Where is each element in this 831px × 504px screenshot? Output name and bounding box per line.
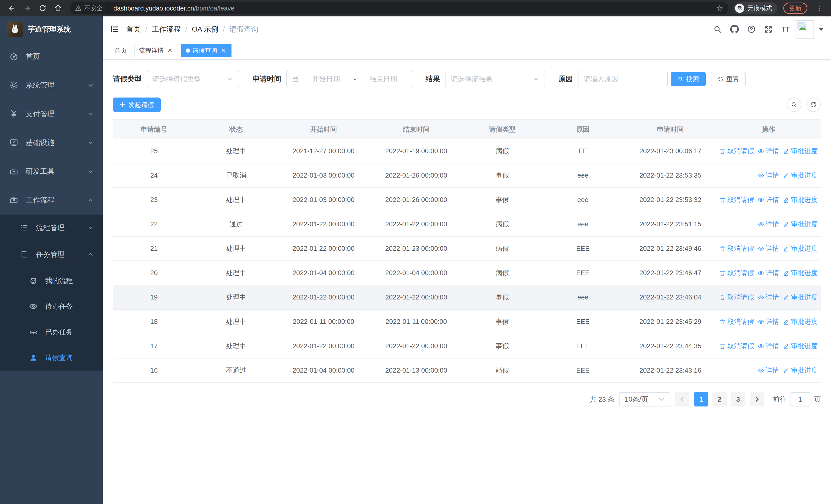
sidebar-toggle-icon[interactable]: [110, 25, 119, 34]
detail-link[interactable]: 详情: [757, 342, 779, 351]
font-size-icon[interactable]: TT: [779, 23, 792, 36]
security-warning[interactable]: 不安全: [75, 4, 103, 12]
page-button-3[interactable]: 3: [731, 392, 745, 407]
progress-link[interactable]: 审批进度: [783, 317, 818, 326]
sidebar-item-home[interactable]: 首页: [0, 42, 103, 71]
sidebar-item-todo-tasks[interactable]: 待办任务: [0, 294, 103, 319]
cancel-leave-link[interactable]: 取消请假: [719, 342, 754, 351]
leave-type-select[interactable]: 请选择请假类型: [147, 71, 239, 87]
cancel-leave-link[interactable]: 取消请假: [719, 317, 754, 326]
search-button[interactable]: 搜索: [671, 72, 706, 86]
tab-process-detail[interactable]: 流程详情✕: [135, 44, 178, 57]
sidebar-item-process-mgmt[interactable]: 流程管理: [0, 214, 103, 241]
sidebar-item-my-process[interactable]: 我的流程: [0, 268, 103, 294]
row-actions: 取消请假 详情 审批进度: [717, 317, 821, 326]
eye-icon: [757, 343, 764, 350]
refresh-button[interactable]: [806, 97, 821, 112]
pen-icon: [783, 172, 790, 179]
progress-link[interactable]: 审批进度: [783, 366, 818, 375]
close-icon[interactable]: ✕: [166, 47, 173, 54]
goto-page-input[interactable]: 1: [790, 392, 810, 407]
progress-link[interactable]: 审批进度: [783, 195, 818, 204]
help-icon[interactable]: [745, 23, 758, 36]
detail-link[interactable]: 详情: [757, 366, 779, 375]
prev-page-button[interactable]: [675, 392, 689, 407]
page-button-2[interactable]: 2: [712, 392, 727, 407]
breadcrumb-current: 请假查询: [229, 24, 258, 34]
hide-search-button[interactable]: [787, 97, 801, 112]
tree-icon: [20, 250, 29, 259]
cancel-leave-link[interactable]: 取消请假: [719, 147, 754, 155]
avatar[interactable]: [796, 20, 814, 38]
result-select[interactable]: 请选择流结果: [445, 71, 545, 87]
back-icon[interactable]: [5, 2, 19, 15]
detail-link[interactable]: 详情: [757, 195, 779, 204]
page-size-select[interactable]: 10条/页: [619, 392, 670, 407]
progress-link[interactable]: 审批进度: [783, 268, 818, 277]
page-button-1[interactable]: 1: [694, 392, 708, 407]
url-text: dashboard.yudao.iocoder.cn/bpm/oa/leave: [113, 5, 716, 12]
create-leave-button[interactable]: 发起请假: [113, 97, 161, 112]
sidebar-item-task-mgmt[interactable]: 任务管理: [0, 241, 103, 268]
pen-icon: [783, 343, 790, 350]
sidebar-item-payment[interactable]: 支付管理: [0, 99, 103, 128]
reset-button[interactable]: 重置: [711, 72, 746, 86]
sidebar-item-infra[interactable]: 基础设施: [0, 128, 103, 157]
pen-icon: [783, 148, 790, 154]
cancel-leave-link[interactable]: 取消请假: [719, 195, 754, 204]
forward-icon[interactable]: [21, 2, 34, 15]
row-actions: 取消请假 详情 审批进度: [717, 342, 821, 351]
breadcrumb-home[interactable]: 首页: [126, 24, 141, 34]
breadcrumb-oa[interactable]: OA 示例: [192, 24, 219, 34]
sidebar-item-system[interactable]: 系统管理: [0, 71, 103, 99]
detail-link[interactable]: 详情: [757, 171, 779, 180]
reload-icon[interactable]: [36, 2, 49, 15]
detail-link[interactable]: 详情: [757, 147, 779, 155]
bookmark-star-icon[interactable]: [716, 5, 723, 12]
detail-link[interactable]: 详情: [757, 268, 779, 277]
sidebar-item-workflow[interactable]: 工作流程: [0, 186, 103, 214]
fullscreen-icon[interactable]: [762, 23, 775, 36]
eye-icon: [757, 172, 764, 179]
tab-leave-query[interactable]: 请假查询✕: [181, 44, 231, 57]
sidebar-item-devtools[interactable]: 研发工具: [0, 157, 103, 186]
next-page-button[interactable]: [750, 392, 764, 407]
trash-icon: [719, 245, 726, 252]
detail-link[interactable]: 详情: [757, 317, 779, 326]
sidebar-item-leave-query[interactable]: 请假查询: [0, 345, 103, 370]
detail-link[interactable]: 详情: [757, 293, 779, 302]
search-icon: [791, 101, 797, 108]
reason-input[interactable]: 请输入原因: [578, 71, 668, 87]
date-range-picker[interactable]: 开始日期 - 结束日期: [286, 71, 412, 87]
progress-link[interactable]: 审批进度: [783, 293, 818, 302]
address-bar[interactable]: 不安全 dashboard.yudao.iocoder.cn/bpm/oa/le…: [70, 2, 728, 14]
search-icon[interactable]: [711, 23, 724, 36]
update-button[interactable]: 更新: [783, 3, 807, 14]
github-icon[interactable]: [728, 23, 741, 36]
progress-link[interactable]: 审批进度: [783, 147, 818, 155]
avatar-caret-icon[interactable]: [819, 28, 824, 31]
table-toolbar: 发起请假: [113, 97, 821, 112]
cancel-leave-link[interactable]: 取消请假: [719, 293, 754, 302]
detail-link[interactable]: 详情: [757, 220, 779, 229]
progress-link[interactable]: 审批进度: [783, 171, 818, 180]
home-icon[interactable]: [51, 2, 65, 15]
breadcrumb-workflow[interactable]: 工作流程: [152, 24, 181, 34]
close-icon[interactable]: ✕: [220, 47, 227, 54]
browser-menu-icon[interactable]: [812, 2, 826, 15]
reason-label: 原因: [558, 74, 573, 84]
sidebar-logo[interactable]: 芋道管理系统: [0, 17, 103, 42]
apply-time-label: 申请时间: [253, 74, 281, 84]
plus-icon: [120, 101, 126, 108]
incognito-icon: [735, 4, 744, 13]
cancel-leave-link[interactable]: 取消请假: [719, 244, 754, 253]
calendar-icon: [292, 76, 299, 82]
sidebar-item-done-tasks[interactable]: 已办任务: [0, 319, 103, 345]
progress-link[interactable]: 审批进度: [783, 244, 818, 253]
warning-icon: [75, 5, 82, 11]
cancel-leave-link[interactable]: 取消请假: [719, 268, 754, 277]
progress-link[interactable]: 审批进度: [783, 342, 818, 351]
tab-home[interactable]: 首页: [110, 44, 132, 57]
detail-link[interactable]: 详情: [757, 244, 779, 253]
progress-link[interactable]: 审批进度: [783, 220, 818, 229]
